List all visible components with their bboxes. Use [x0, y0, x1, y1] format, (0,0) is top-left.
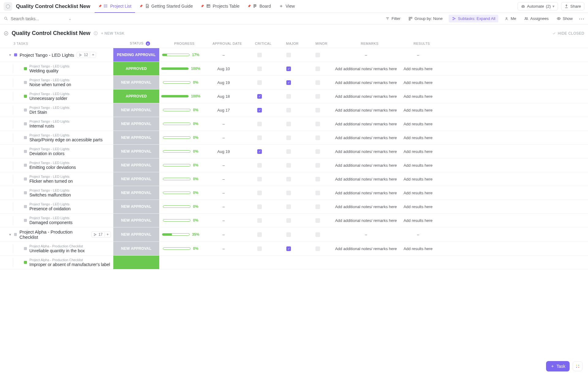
date-cell[interactable]: Aug 17 [202, 103, 245, 117]
results-cell[interactable]: Add results here [400, 172, 436, 186]
checkbox[interactable] [286, 149, 291, 154]
parent-task-row[interactable]: ▼Project Alpha - Production Checklist17+… [0, 227, 588, 242]
search-input[interactable] [11, 16, 66, 21]
col-status[interactable]: STATUS ▲ [117, 41, 163, 46]
results-cell[interactable]: Add results here [400, 186, 436, 200]
date-cell[interactable]: – [202, 117, 245, 131]
subtask-row[interactable]: Project Tango - LED LightsDeviation in c… [0, 145, 588, 158]
results-cell[interactable]: Add results here [400, 145, 436, 158]
results-cell[interactable]: Add results here [400, 200, 436, 213]
checkbox[interactable] [315, 204, 320, 209]
date-cell[interactable]: Aug 10 [202, 62, 245, 75]
tab-projects-table[interactable]: 📌Projects Table [197, 0, 243, 13]
share-button[interactable]: Share [561, 2, 584, 10]
checkbox[interactable] [257, 135, 262, 140]
plus-icon[interactable]: + [90, 53, 94, 57]
checkbox[interactable] [315, 53, 320, 57]
checkbox[interactable] [257, 246, 262, 251]
status-cell[interactable]: NEW APPROVAL [113, 186, 159, 200]
date-cell[interactable]: Aug 18 [202, 89, 245, 103]
remarks-cell[interactable]: Add additional notes/ remarks here [332, 172, 400, 186]
more-icon[interactable]: ⋯ [579, 15, 584, 22]
remarks-cell[interactable]: Add additional notes/ remarks here [332, 242, 400, 255]
status-cell[interactable]: NEW APPROVAL [113, 145, 159, 158]
checkbox[interactable] [257, 232, 262, 237]
status-cell[interactable]: NEW APPROVAL [113, 76, 159, 89]
status-cell[interactable]: NEW APPROVAL [113, 103, 159, 117]
checkbox[interactable] [315, 149, 320, 154]
remarks-cell[interactable]: – [332, 227, 400, 242]
col-critical[interactable]: CRITICAL [249, 42, 278, 45]
date-cell[interactable] [202, 256, 245, 269]
results-cell[interactable]: – [400, 227, 436, 242]
col-major[interactable]: MAJOR [278, 42, 307, 45]
checkbox[interactable] [257, 67, 262, 71]
tab-getting-started-guide[interactable]: 📌Getting Started Guide [136, 0, 196, 13]
checkbox[interactable]: ✓ [286, 246, 291, 251]
remarks-cell[interactable]: Add additional notes/ remarks here [332, 76, 400, 89]
date-cell[interactable]: – [202, 172, 245, 186]
tab-project-list[interactable]: 📌Project List [95, 0, 135, 13]
subtask-row[interactable]: Project Tango - LED LightsPresence of ox… [0, 200, 588, 214]
col-results[interactable]: RESULTS [403, 42, 440, 45]
col-minor[interactable]: MINOR [307, 42, 336, 45]
checkbox[interactable] [286, 53, 291, 57]
subtask-row[interactable]: Project Tango - LED LightsUnnecessary so… [0, 89, 588, 103]
subtask-row[interactable]: Project Tango - LED LightsNoise when tur… [0, 76, 588, 89]
checkbox[interactable] [257, 53, 262, 57]
status-cell[interactable]: NEW APPROVAL [113, 214, 159, 227]
status-cell[interactable] [113, 256, 159, 269]
checkbox[interactable] [315, 94, 320, 99]
checkbox[interactable] [257, 177, 262, 181]
status-cell[interactable]: NEW APPROVAL [113, 131, 159, 144]
checkbox[interactable]: ✓ [257, 94, 262, 99]
col-remarks[interactable]: REMARKS [336, 42, 403, 45]
subtask-row[interactable]: Project Alpha - Production ChecklistUnre… [0, 242, 588, 256]
info-icon[interactable] [93, 31, 98, 36]
remarks-cell[interactable] [332, 256, 400, 269]
checkbox[interactable] [286, 122, 291, 126]
remarks-cell[interactable]: Add additional notes/ remarks here [332, 131, 400, 144]
date-cell[interactable]: – [202, 227, 245, 242]
checkbox[interactable]: ✓ [257, 108, 262, 112]
date-cell[interactable]: – [202, 48, 245, 62]
date-cell[interactable]: – [202, 200, 245, 213]
date-cell[interactable]: – [202, 242, 245, 255]
checkbox[interactable] [286, 163, 291, 168]
chevron-down-icon[interactable]: ⌄ [68, 16, 72, 21]
remarks-cell[interactable]: Add additional notes/ remarks here [332, 117, 400, 131]
col-progress[interactable]: PROGRESS [163, 42, 206, 45]
subtask-row[interactable]: Project Tango - LED LightsEmitting color… [0, 158, 588, 172]
checkbox[interactable] [257, 122, 262, 126]
me-chip[interactable]: Me [503, 15, 518, 22]
checkbox[interactable] [257, 218, 262, 223]
subtasks-chip[interactable]: Subtasks: Expand All [449, 15, 498, 22]
subtask-row[interactable]: Project Tango - LED LightsDamaged compon… [0, 214, 588, 227]
date-cell[interactable]: – [202, 158, 245, 172]
status-cell[interactable]: NEW APPROVAL [113, 242, 159, 255]
remarks-cell[interactable]: Add additional notes/ remarks here [332, 103, 400, 117]
assignees-chip[interactable]: Assignees [522, 15, 550, 22]
checkbox[interactable] [315, 135, 320, 140]
checkbox[interactable] [286, 232, 291, 237]
status-cell[interactable]: APPROVED [113, 62, 159, 75]
status-cell[interactable]: PENDING APPROVAL [113, 48, 159, 62]
tab-board[interactable]: 📌Board [244, 0, 274, 13]
results-cell[interactable]: – [400, 48, 436, 62]
remarks-cell[interactable]: Add additional notes/ remarks here [332, 62, 400, 75]
show-chip[interactable]: Show [555, 15, 575, 22]
checkbox[interactable] [315, 218, 320, 223]
results-cell[interactable]: Add results here [400, 62, 436, 75]
checkbox[interactable] [315, 108, 320, 112]
status-cell[interactable]: NEW APPROVAL [113, 117, 159, 131]
caret-down-icon[interactable]: ▼ [9, 233, 12, 236]
checkbox[interactable] [315, 232, 320, 237]
hide-closed-toggle[interactable]: HIDE CLOSED [552, 31, 584, 36]
subtask-row[interactable]: Project Tango - LED LightsWelding qualit… [0, 62, 588, 76]
checkbox[interactable] [315, 67, 320, 71]
remarks-cell[interactable]: Add additional notes/ remarks here [332, 214, 400, 227]
checkbox[interactable] [315, 177, 320, 181]
groupby-chip[interactable]: Group by: None [407, 15, 445, 22]
checkbox[interactable]: ✓ [286, 67, 291, 71]
remarks-cell[interactable]: Add additional notes/ remarks here [332, 89, 400, 103]
